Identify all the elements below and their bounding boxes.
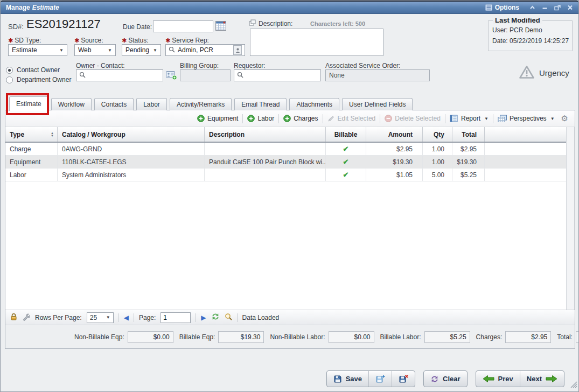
cell-billable: ✔ — [326, 156, 366, 168]
report-button[interactable]: Report▼ — [445, 115, 493, 122]
table-row[interactable]: Equipment 110BLK-CAT5E-LEGS Panduit Cat5… — [5, 156, 566, 169]
minimize-button[interactable] — [542, 5, 548, 10]
cell-total: $2.95 — [452, 143, 485, 155]
previous-page-icon[interactable]: ◀ — [124, 314, 129, 321]
gear-icon[interactable]: ⚙ — [559, 114, 571, 123]
non-billable-labor-label: Non-Billable Labor: — [270, 333, 325, 341]
tab-contacts[interactable]: Contacts — [94, 98, 134, 110]
tab-bar: Estimate Workflow Contacts Labor Activit… — [5, 96, 574, 110]
save-and-close-button[interactable] — [392, 371, 415, 387]
department-owner-radio[interactable] — [6, 76, 13, 83]
calendar-icon[interactable] — [215, 21, 226, 33]
department-owner-radio-row[interactable]: Department Owner — [6, 76, 71, 83]
prev-next-button-group: Prev Next — [476, 370, 564, 387]
tab-email-thread[interactable]: Email Thread — [234, 98, 287, 110]
column-header-billable[interactable]: Billable — [326, 127, 366, 142]
refresh-icon[interactable] — [211, 313, 220, 322]
save-button[interactable]: Save — [327, 371, 369, 387]
edit-selected-button[interactable]: Edit Selected — [323, 115, 380, 122]
sd-type-select[interactable]: Estimate▼ — [8, 44, 67, 56]
add-contact-icon[interactable] — [166, 70, 177, 82]
next-page-icon[interactable]: ▶ — [201, 314, 206, 321]
contact-owner-radio[interactable] — [6, 67, 13, 74]
column-header-total[interactable]: Total — [452, 127, 485, 142]
due-date-label: Due Date: — [123, 23, 152, 31]
description-textarea[interactable] — [250, 29, 383, 56]
characters-left-counter: Characters left: 500 — [310, 20, 365, 27]
person-lookup-button[interactable] — [233, 45, 242, 55]
cell-catalog: 0AWG-GRND — [58, 143, 205, 155]
cell-description — [205, 169, 326, 181]
rows-per-page-select[interactable]: 25▼ — [87, 312, 114, 323]
table-row[interactable]: Labor System Administrators ✔ $1.05 5.00… — [5, 169, 566, 181]
column-header-catalog[interactable]: Catalog / Workgroup — [58, 127, 205, 142]
billable-check-icon: ✔ — [343, 158, 349, 166]
chevron-down-icon: ▼ — [153, 48, 157, 53]
popout-description-icon[interactable] — [249, 19, 256, 27]
warning-triangle-icon — [519, 65, 535, 81]
status-label: ✱Status: — [122, 37, 149, 44]
owner-contact-input[interactable] — [76, 69, 163, 81]
cell-catalog: 110BLK-CAT5E-LEGS — [58, 156, 205, 168]
prev-button[interactable]: Prev — [476, 371, 520, 387]
column-header-qty[interactable]: Qty — [423, 127, 452, 142]
requestor-input[interactable] — [234, 69, 321, 81]
chevron-down-icon: ▼ — [106, 315, 110, 320]
tab-labor[interactable]: Labor — [136, 98, 167, 110]
sd-number-value: ES201921127 — [26, 17, 101, 31]
cell-amount: $19.30 — [366, 156, 423, 168]
billable-eqp-label: Billable Eqp: — [179, 333, 215, 341]
lock-icon[interactable] — [10, 313, 17, 322]
vertical-scrollbar[interactable] — [566, 127, 575, 310]
delete-selected-button[interactable]: Delete Selected — [380, 115, 445, 122]
clear-button-group: Clear — [423, 370, 468, 387]
source-select[interactable]: Web▼ — [74, 44, 116, 56]
column-header-type[interactable]: Type ▲▼ — [5, 127, 58, 142]
add-labor-button[interactable]: Labor — [243, 115, 278, 122]
save-and-new-button[interactable] — [369, 371, 392, 387]
column-header-description[interactable]: Description — [205, 127, 326, 142]
resize-grip[interactable] — [569, 380, 577, 390]
title-bar: ManageEstimate Options — [1, 1, 578, 14]
wrench-icon[interactable] — [22, 313, 30, 323]
tab-attachments[interactable]: Attachments — [289, 98, 339, 110]
tab-estimate[interactable]: Estimate — [9, 96, 48, 111]
add-icon — [247, 115, 255, 122]
due-date-input[interactable] — [153, 20, 213, 32]
billable-check-icon: ✔ — [343, 171, 349, 179]
popout-button[interactable] — [554, 5, 561, 11]
cell-qty: 1.00 — [423, 143, 452, 155]
page-number-input[interactable] — [161, 312, 191, 323]
window-title: ManageEstimate — [6, 4, 59, 11]
billable-check-icon: ✔ — [343, 145, 349, 153]
required-asterisk: ✱ — [8, 37, 13, 44]
billable-eqp-value: $19.30 — [218, 331, 264, 343]
tab-workflow[interactable]: Workflow — [51, 98, 92, 110]
search-icon — [237, 72, 243, 80]
column-header-amount[interactable]: Amount — [366, 127, 423, 142]
table-row[interactable]: Charge 0AWG-GRND ✔ $2.95 1.00 $2.95 — [5, 143, 566, 156]
clear-button[interactable]: Clear — [424, 371, 467, 387]
service-rep-value: Admin, PCR — [178, 46, 213, 54]
charges-label: Charges: — [476, 333, 503, 341]
tab-user-defined-fields[interactable]: User Defined Fields — [342, 98, 413, 110]
perspectives-button[interactable]: Perspectives▼ — [493, 115, 559, 123]
totals-bar: Non-Billable Eqp:$0.00 Billable Eqp:$19.… — [5, 325, 575, 348]
add-equipment-button[interactable]: Equipment — [193, 115, 242, 122]
chevron-down-icon: ▼ — [484, 116, 489, 121]
next-button[interactable]: Next — [520, 371, 564, 387]
cell-billable: ✔ — [326, 143, 366, 155]
clear-refresh-icon — [430, 375, 439, 383]
service-rep-picker[interactable]: Admin, PCR — [165, 44, 245, 56]
collapse-button[interactable] — [529, 5, 535, 10]
close-button[interactable] — [567, 5, 573, 10]
options-button[interactable]: Options — [485, 4, 519, 11]
perspectives-icon — [498, 115, 507, 123]
add-charges-button[interactable]: Charges — [279, 115, 322, 122]
status-select[interactable]: Pending▼ — [122, 44, 161, 56]
tab-activity-remarks[interactable]: Activity/Remarks — [170, 98, 232, 110]
urgency-indicator[interactable]: Urgency — [519, 65, 569, 81]
search-grid-icon[interactable] — [225, 313, 232, 322]
contact-owner-radio-row[interactable]: Contact Owner — [6, 66, 60, 74]
pagination-bar: Rows Per Page: 25▼ ◀ Page: ▶ Data Loaded — [5, 310, 575, 325]
